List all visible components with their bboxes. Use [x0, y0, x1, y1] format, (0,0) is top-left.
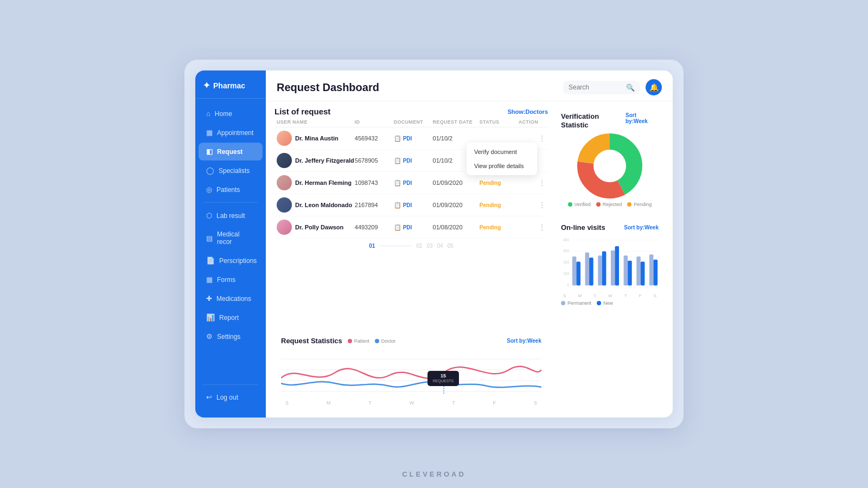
context-menu-verify[interactable]: Verify document	[467, 145, 537, 159]
svg-text:300: 300	[563, 249, 569, 253]
page-num-5[interactable]: 05	[448, 243, 454, 249]
legend-label-new: New	[603, 300, 613, 306]
search-input[interactable]	[569, 84, 623, 91]
left-panel: List of request Show:Doctors USER NAME I…	[275, 107, 548, 412]
legend-dot-verified	[568, 202, 572, 207]
home-icon: ⌂	[206, 110, 210, 118]
sidebar-item-medications[interactable]: ✚ Medications	[199, 290, 263, 307]
col-status: STATUS	[480, 119, 519, 125]
specialists-icon: ◯	[206, 166, 214, 175]
page-num-4[interactable]: 04	[437, 243, 443, 249]
action-menu-button[interactable]: ⋮	[519, 178, 546, 187]
logo-text: Pharmac	[213, 81, 245, 90]
sidebar-item-label: Request	[217, 148, 242, 156]
page-num-1[interactable]: 01	[369, 243, 375, 249]
sidebar-item-label: Medications	[216, 295, 251, 303]
context-menu-profile[interactable]: View profile details	[467, 159, 537, 173]
legend-dot-permanent	[561, 301, 565, 305]
legend-pending: Pending	[627, 202, 652, 207]
context-menu: Verify document View profile details	[467, 143, 537, 175]
svg-rect-36	[641, 262, 645, 286]
doctor-cell: Dr. Polly Dawson	[277, 220, 355, 235]
main-content: Request Dashboard 🔍 🔔	[266, 70, 673, 418]
sidebar-item-settings[interactable]: ⚙ Settings	[199, 328, 263, 345]
request-list-title: List of request	[275, 107, 330, 116]
col-username: USER NAME	[277, 119, 355, 125]
page-num-3[interactable]: 03	[426, 243, 432, 249]
doctor-id: 4569432	[355, 135, 394, 142]
request-stats-section: Request Statistics Patient Doctor	[275, 330, 548, 412]
doc-type: PDI	[403, 224, 412, 230]
day-w: W	[410, 400, 414, 406]
pagination: 01 02 03 04 05	[275, 239, 548, 250]
bar-day-s1: S	[563, 293, 566, 298]
forms-icon: ▦	[206, 275, 213, 284]
stats-sort[interactable]: Sort by:Week	[507, 338, 541, 344]
ov-sort[interactable]: Sort by:Week	[624, 224, 659, 230]
page-num-2[interactable]: 02	[416, 243, 422, 249]
bar-chart: 400 300 200 100 0	[561, 236, 659, 290]
sort-value: Week	[644, 224, 659, 230]
sidebar-item-appointment[interactable]: ▦ Appointment	[199, 124, 263, 142]
sidebar-item-specialists[interactable]: ◯ Specialists	[199, 162, 263, 179]
wave-chart: 15 REQUESTS	[281, 348, 541, 397]
sidebar-item-home[interactable]: ⌂ Home	[199, 105, 263, 123]
avatar	[277, 197, 292, 213]
sidebar-item-forms[interactable]: ▦ Forms	[199, 271, 263, 288]
doc-badge: 📋 PDI	[394, 224, 433, 231]
sidebar-item-logout[interactable]: ↩ Log out	[199, 388, 263, 406]
bar-day-t1: T	[593, 293, 596, 298]
legend-verified: Verified	[568, 202, 591, 207]
table-row: Dr. Mina Austin 4569432 📋 PDI 01/10/2 ⋮	[275, 127, 548, 150]
content-area: List of request Show:Doctors USER NAME I…	[266, 101, 673, 418]
sidebar-item-report[interactable]: 📊 Report	[199, 309, 263, 326]
avatar	[277, 175, 292, 190]
svg-rect-31	[611, 251, 615, 286]
legend-dot-new	[597, 301, 601, 305]
action-menu-button[interactable]: ⋮	[519, 201, 546, 209]
report-icon: 📊	[206, 313, 215, 322]
sort-label-text: Sort by:	[624, 224, 644, 230]
right-panel: Verification Statistic Sort by:Week	[556, 107, 664, 412]
day-s1: S	[285, 400, 289, 406]
notification-button[interactable]: 🔔	[646, 79, 662, 95]
action-menu-button[interactable]: ⋮	[519, 223, 546, 232]
doctor-cell: Dr. Herman Fleming	[277, 175, 355, 190]
pie-chart-container: 23% 35% 42%	[561, 133, 659, 198]
verification-header: Verification Statistic Sort by:Week	[561, 112, 659, 129]
ver-sort[interactable]: Sort by:Week	[626, 112, 659, 124]
sidebar-item-medical-records[interactable]: ▤ Medical recor	[199, 226, 263, 251]
topbar: Request Dashboard 🔍 🔔	[266, 70, 673, 101]
request-date: 01/09/2020	[433, 179, 480, 186]
sidebar-item-request[interactable]: ◧ Request	[199, 143, 263, 160]
verification-section: Verification Statistic Sort by:Week	[556, 107, 664, 213]
legend-patient: Patient	[348, 338, 369, 344]
show-filter[interactable]: Show:Doctors	[507, 108, 548, 115]
medications-icon: ✚	[206, 294, 212, 303]
legend-label-permanent: Permanent	[567, 300, 591, 306]
request-list-section: List of request Show:Doctors USER NAME I…	[275, 107, 548, 325]
doctor-id: 4493209	[355, 224, 394, 230]
sidebar-item-prescriptions[interactable]: 📄 Perscriptions	[199, 252, 263, 269]
document-icon: 📋	[394, 135, 401, 142]
doc-badge: 📋 PDI	[394, 202, 433, 209]
sidebar-item-patients[interactable]: ◎ Patients	[199, 181, 263, 198]
doc-type: PDI	[403, 202, 412, 208]
legend-dot-patient	[348, 339, 352, 343]
col-id: ID	[355, 119, 394, 125]
svg-rect-32	[615, 246, 619, 285]
svg-rect-28	[589, 258, 593, 285]
request-icon: ◧	[206, 147, 213, 156]
svg-text:200: 200	[563, 261, 569, 265]
action-menu-button[interactable]: ⋮	[519, 134, 546, 143]
page-title: Request Dashboard	[277, 81, 379, 94]
request-date: 01/10/2	[433, 135, 480, 142]
stats-chart-header: Request Statistics Patient Doctor	[281, 337, 541, 345]
day-f: F	[493, 400, 496, 406]
doctor-id: 1098743	[355, 179, 394, 186]
sidebar: ✦ Pharmac ⌂ Home ▦ Appointment ◧ Request…	[195, 70, 266, 418]
sidebar-item-lab-result[interactable]: ⬡ Lab result	[199, 207, 263, 224]
svg-text:0: 0	[567, 284, 569, 287]
sidebar-bottom: ↩ Log out	[195, 381, 266, 412]
sort-value: Week	[634, 118, 648, 124]
